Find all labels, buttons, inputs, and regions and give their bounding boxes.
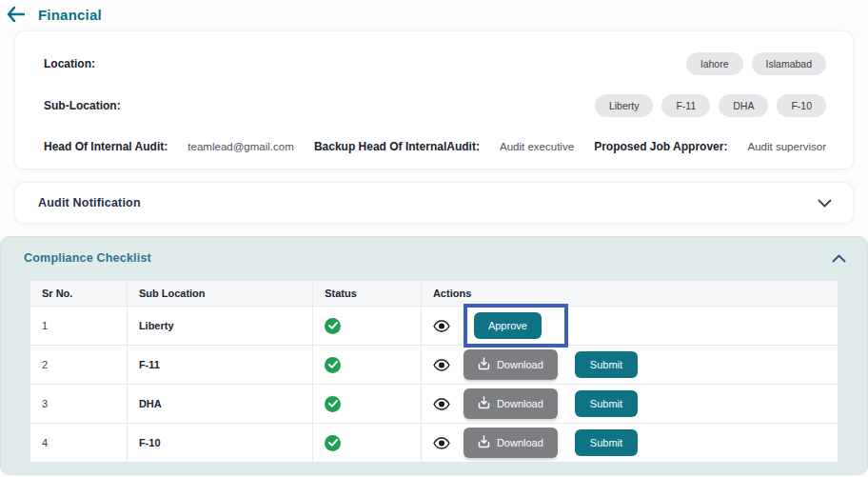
- table-row: 2 F-11: [30, 346, 838, 385]
- sub-location-label: Sub-Location:: [44, 99, 121, 112]
- submit-button[interactable]: Submit: [575, 429, 638, 456]
- table-row: 1 Liberty Approve: [30, 307, 838, 346]
- eye-icon[interactable]: [433, 317, 450, 334]
- check-circle-icon: [325, 357, 341, 373]
- status-cell: [313, 385, 422, 424]
- sr-no-cell: 1: [30, 307, 128, 346]
- column-header-actions: Actions: [421, 281, 838, 307]
- sub-location-cell: F-11: [127, 346, 312, 385]
- compliance-checklist-title: Compliance Checklist: [24, 251, 151, 265]
- location-row: Location: lahore Islamabad: [44, 43, 826, 85]
- download-icon: [478, 435, 490, 450]
- actions-cell: Approve: [421, 307, 838, 346]
- backup-head-value: Audit executive: [500, 141, 574, 152]
- download-button[interactable]: Download: [464, 388, 558, 419]
- eye-icon[interactable]: [433, 434, 450, 451]
- sr-no-cell: 2: [30, 346, 128, 385]
- actions-cell: Download Submit: [421, 424, 838, 463]
- location-chips: lahore Islamabad: [686, 52, 826, 75]
- compliance-table: Sr No. Sub Location Status Actions 1 Lib…: [30, 280, 838, 463]
- download-button[interactable]: Download: [464, 427, 558, 458]
- sub-location-cell: F-10: [127, 424, 312, 463]
- actions-cell: Download Submit: [421, 385, 838, 424]
- check-circle-icon: [325, 435, 341, 451]
- column-header-status: Status: [313, 281, 422, 307]
- compliance-checklist-section: Compliance Checklist Sr No. Sub Location…: [0, 236, 868, 475]
- check-circle-icon: [325, 318, 341, 334]
- table-row: 4 F-10: [30, 424, 838, 463]
- sr-no-cell: 3: [30, 385, 128, 424]
- chevron-up-icon[interactable]: [832, 249, 846, 267]
- download-icon: [478, 357, 490, 372]
- sub-location-cell: DHA: [127, 385, 312, 424]
- table-header-row: Sr No. Sub Location Status Actions: [30, 281, 838, 307]
- location-chip: lahore: [686, 52, 742, 75]
- download-icon: [478, 396, 490, 411]
- sr-no-cell: 4: [30, 424, 128, 463]
- location-chip: Islamabad: [752, 52, 826, 75]
- sub-location-cell: Liberty: [127, 307, 312, 346]
- download-button-label: Download: [497, 398, 543, 409]
- audit-notification-accordion[interactable]: Audit Notification: [14, 182, 854, 224]
- sub-location-chip: DHA: [719, 94, 768, 117]
- audit-info-card: Location: lahore Islamabad Sub-Location:…: [14, 30, 854, 169]
- sub-location-row: Sub-Location: Liberty F-11 DHA F-10: [44, 85, 826, 127]
- head-of-internal-audit-value: teamlead@gmail.com: [187, 141, 293, 152]
- actions-cell: Download Submit: [421, 346, 838, 385]
- back-arrow-icon[interactable]: [6, 5, 25, 24]
- download-button-label: Download: [497, 437, 543, 448]
- check-circle-icon: [325, 396, 341, 412]
- head-of-internal-audit-label: Head Of Internal Audit:: [44, 140, 168, 153]
- proposed-job-approver-value: Audit supervisor: [748, 141, 826, 152]
- proposed-job-approver-label: Proposed Job Approver:: [594, 140, 727, 153]
- eye-icon[interactable]: [433, 356, 450, 373]
- page-header: Financial: [0, 0, 868, 25]
- table-row: 3 DHA: [30, 385, 838, 424]
- download-button-label: Download: [497, 359, 543, 370]
- sub-location-chips: Liberty F-11 DHA F-10: [595, 94, 826, 117]
- status-cell: [313, 424, 422, 463]
- download-button[interactable]: Download: [464, 349, 558, 380]
- backup-head-label: Backup Head Of InternalAudit:: [314, 140, 480, 153]
- column-header-sr-no: Sr No.: [30, 281, 128, 307]
- chevron-down-icon[interactable]: [818, 194, 832, 211]
- audit-heads-row: Head Of Internal Audit: teamlead@gmail.c…: [44, 140, 826, 153]
- status-cell: [313, 307, 422, 346]
- location-label: Location:: [44, 57, 95, 70]
- approve-button[interactable]: Approve: [474, 312, 542, 339]
- sub-location-chip: Liberty: [595, 94, 654, 117]
- audit-notification-title: Audit Notification: [38, 196, 141, 209]
- submit-button[interactable]: Submit: [575, 351, 638, 378]
- status-cell: [313, 346, 422, 385]
- action-highlight-box: Approve: [464, 304, 568, 348]
- compliance-checklist-accordion[interactable]: Compliance Checklist: [1, 249, 867, 267]
- sub-location-chip: F-11: [661, 94, 710, 117]
- submit-button[interactable]: Submit: [575, 390, 638, 417]
- column-header-sub-location: Sub Location: [127, 281, 312, 307]
- eye-icon[interactable]: [433, 395, 450, 412]
- sub-location-chip: F-10: [777, 94, 826, 117]
- page-title: Financial: [38, 7, 102, 23]
